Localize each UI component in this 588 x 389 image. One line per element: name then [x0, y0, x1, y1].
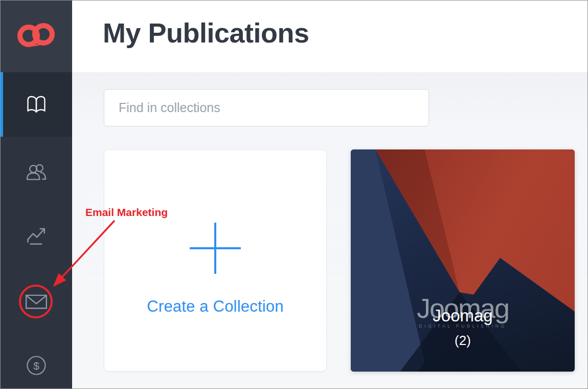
page-title: My Publications	[103, 17, 309, 49]
create-collection-label: Create a Collection	[147, 297, 283, 316]
annotation-arrow	[44, 218, 121, 293]
sidebar-item-billing[interactable]: $	[1, 350, 72, 381]
plus-icon	[190, 223, 241, 276]
sidebar-item-publications[interactable]	[1, 72, 72, 137]
sidebar-item-logo[interactable]	[1, 1, 72, 72]
collection-name: Joomag	[351, 306, 575, 326]
sidebar: $	[1, 1, 72, 388]
page-header: My Publications	[72, 1, 587, 72]
search-input[interactable]	[104, 89, 429, 126]
users-icon	[26, 163, 47, 181]
create-collection-card[interactable]: Create a Collection	[104, 149, 327, 372]
joomag-infinity-logo	[15, 20, 57, 53]
dollar-icon: $	[26, 355, 47, 376]
main-area: My Publications Create a Collection	[72, 1, 587, 388]
annotation-circle	[19, 285, 53, 318]
svg-text:$: $	[33, 360, 39, 372]
annotation-email-marketing-label: Email Marketing	[85, 206, 168, 219]
book-icon	[26, 95, 47, 114]
app-window: $ My Publications Create a Collection	[0, 0, 588, 389]
collection-tile-joomag[interactable]: Joomag DIGITAL PUBLISHING Joomag (2)	[351, 149, 575, 372]
collection-count: (2)	[351, 333, 575, 349]
content-area: Create a Collection Joomag DIGITAL PUBLI…	[72, 72, 587, 388]
sidebar-item-contacts[interactable]	[1, 157, 72, 187]
